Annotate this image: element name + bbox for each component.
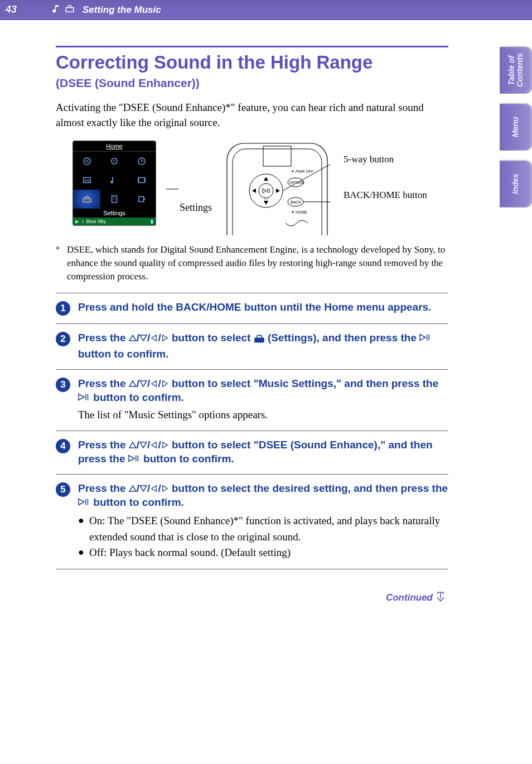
svg-marker-42	[129, 381, 136, 386]
home-selected-label: Settings	[73, 209, 156, 217]
figure-row: Home Settings ▶ ♪ Blue Sky ▮	[72, 141, 448, 238]
svg-marker-20	[264, 201, 268, 205]
svg-marker-35	[140, 335, 147, 341]
home-icon-9	[128, 190, 156, 209]
device-pwroff-text: PWR OFF	[296, 170, 313, 173]
svg-point-31	[292, 211, 294, 213]
step-5-bullets: ●On: The "DSEE (Sound Enhance)*" functio…	[78, 513, 448, 561]
svg-marker-52	[162, 442, 167, 447]
step-3-heading: Press the /// button to select "Music Se…	[78, 376, 448, 405]
svg-point-28	[292, 171, 294, 172]
bullet-on: ●On: The "DSEE (Sound Enhance)*" functio…	[78, 513, 448, 545]
toolbox-icon	[65, 4, 75, 16]
page-title: Correcting Sound in the High Range	[56, 52, 448, 73]
dpad-icon: ///	[129, 438, 169, 452]
step-5: 5 Press the /// button to select the des…	[56, 474, 448, 569]
step-2: 2 Press the /// button to select (Settin…	[56, 323, 448, 369]
callout-5way: 5-way button	[344, 154, 427, 165]
now-playing-title: Blue Sky	[86, 219, 107, 224]
svg-marker-59	[162, 486, 167, 491]
svg-marker-46	[79, 394, 84, 400]
tab-menu[interactable]: Menu	[500, 104, 532, 151]
device-home-text: HOME	[296, 210, 307, 214]
step-3: 3 Press the /// button to select "Music …	[56, 369, 448, 431]
home-icon-1	[73, 152, 100, 171]
svg-marker-57	[140, 486, 147, 491]
step-4-heading: Press the /// button to select "DSEE (So…	[78, 438, 448, 466]
footnote-marker: *	[56, 244, 66, 283]
svg-point-0	[84, 158, 90, 165]
svg-marker-51	[152, 442, 157, 447]
np-battery-icon: ▮	[151, 219, 153, 224]
bullet-off: ●Off: Plays back normal sound. (Default …	[78, 545, 448, 561]
breadcrumb: Setting the Music	[83, 4, 161, 16]
svg-marker-45	[162, 381, 167, 386]
dpad-icon: ///	[129, 376, 169, 391]
steps: 1 Press and hold the BACK/HOME button un…	[56, 293, 448, 569]
play-pause-icon	[78, 393, 90, 401]
intro-text: Activating the "DSEE (Sound Enhance)*" f…	[56, 100, 448, 130]
continued-indicator: Continued	[56, 592, 448, 605]
svg-marker-22	[276, 188, 280, 193]
page-content: Correcting Sound in the High Range (DSEE…	[0, 20, 532, 605]
continued-arrow-icon	[436, 592, 445, 605]
svg-marker-56	[129, 486, 136, 491]
svg-line-32	[283, 163, 330, 191]
side-tabs: Table of Contents Menu Index	[500, 47, 532, 207]
home-icon-3	[128, 152, 156, 171]
continued-label: Continued	[386, 592, 433, 603]
svg-rect-8	[144, 179, 146, 182]
svg-point-26	[264, 199, 265, 200]
play-pause-icon	[419, 333, 432, 341]
footnote: * DSEE, which stands for Digital Sound E…	[56, 243, 448, 283]
step-5-heading: Press the /// button to select the desir…	[78, 481, 448, 510]
step-num-1: 1	[56, 301, 70, 316]
svg-marker-60	[79, 499, 84, 505]
home-title: Home	[73, 141, 156, 152]
svg-marker-50	[140, 442, 147, 448]
settings-toolbox-icon	[254, 332, 265, 347]
play-pause-icon	[78, 498, 90, 506]
home-icon-8	[100, 190, 128, 209]
callout-backhome: BACK/HOME button	[344, 190, 427, 201]
svg-point-27	[267, 199, 268, 200]
svg-marker-23	[263, 188, 267, 193]
svg-marker-39	[420, 335, 425, 341]
step-2-heading: Press the /// button to select (Settings…	[78, 331, 448, 361]
svg-marker-49	[129, 442, 136, 448]
svg-marker-53	[129, 456, 134, 462]
device-back-text: BACK	[291, 200, 301, 204]
step-num-3: 3	[56, 378, 70, 392]
step-4: 4 Press the /// button to select "DSEE (…	[56, 431, 448, 474]
svg-rect-38	[255, 339, 264, 342]
figure-label-settings: Settings	[180, 202, 212, 214]
home-icon-4	[73, 171, 100, 190]
svg-marker-19	[264, 177, 268, 181]
dpad-icon: ///	[129, 331, 169, 345]
page-header: 43 Setting the Music	[0, 0, 532, 20]
header-icons	[51, 4, 75, 16]
step-num-2: 2	[56, 332, 70, 346]
page-number: 43	[6, 4, 31, 16]
tab-toc[interactable]: Table of Contents	[500, 47, 532, 94]
svg-rect-7	[138, 179, 139, 182]
svg-marker-36	[152, 335, 157, 341]
svg-rect-12	[139, 197, 144, 202]
footnote-text: DSEE, which stands for Digital Sound Enh…	[67, 243, 448, 283]
svg-marker-21	[252, 188, 256, 193]
tab-index[interactable]: Index	[500, 161, 532, 207]
svg-marker-34	[129, 335, 136, 341]
now-playing-bar: ▶ ♪ Blue Sky ▮	[73, 217, 156, 225]
home-icon-settings	[73, 190, 100, 209]
np-note-icon: ♪	[81, 219, 84, 224]
svg-marker-37	[162, 335, 167, 341]
home-icon-5	[100, 171, 128, 190]
page-subtitle: (DSEE (Sound Enhancer))	[56, 76, 448, 90]
home-icon-2	[100, 152, 128, 171]
svg-marker-44	[152, 381, 157, 386]
dpad-icon: ///	[129, 481, 169, 496]
play-pause-icon	[128, 454, 141, 462]
svg-marker-43	[140, 381, 147, 386]
svg-marker-58	[152, 486, 157, 491]
step-3-body: The list of "Music Settings" options app…	[78, 407, 448, 423]
